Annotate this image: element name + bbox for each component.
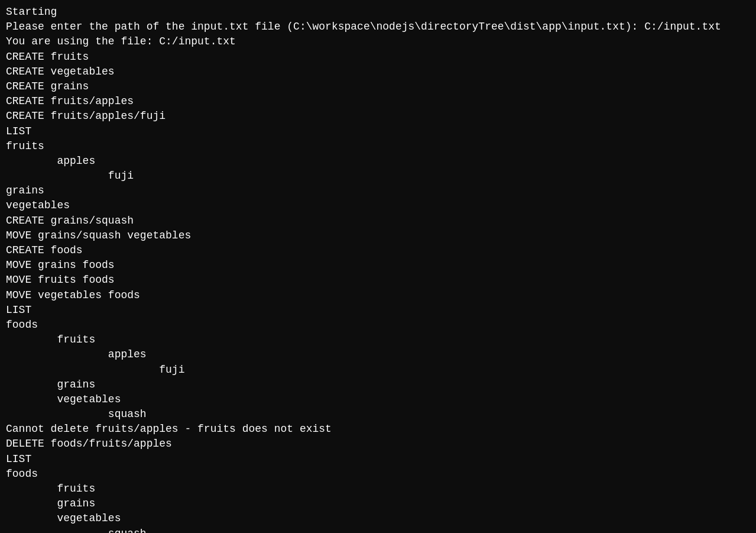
terminal-output: Starting Please enter the path of the in…	[6, 5, 750, 533]
